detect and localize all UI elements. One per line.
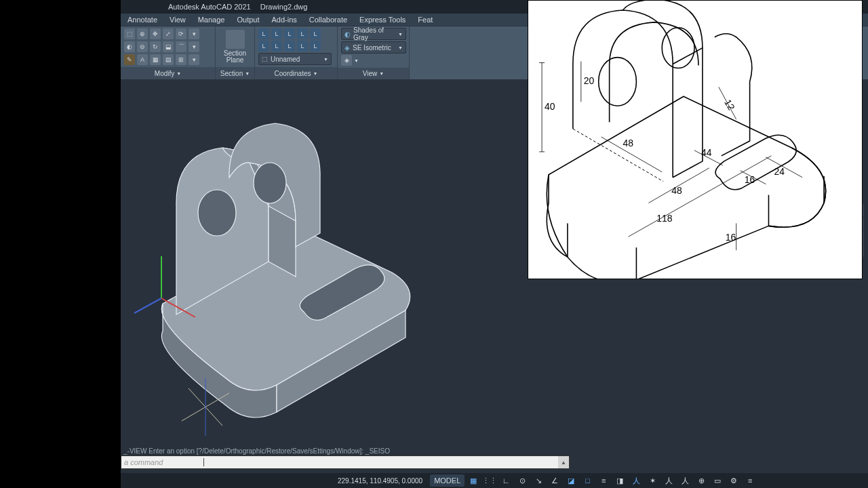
model-space-button[interactable]: MODEL xyxy=(430,474,465,487)
dim-24: 24 xyxy=(774,166,785,177)
ucs-icon[interactable]: L xyxy=(297,28,308,39)
tool-icon[interactable]: ⬚ xyxy=(124,28,135,39)
dim-20: 20 xyxy=(584,75,595,86)
section-plane-icon xyxy=(226,30,245,49)
customize-icon[interactable]: ≡ xyxy=(743,474,757,487)
gizmo-icon[interactable]: ⊕ xyxy=(694,474,709,487)
tool-icon[interactable]: ✥ xyxy=(150,28,161,39)
tool-dropdown-icon[interactable]: ▾ xyxy=(189,28,199,39)
annotation-icon[interactable]: ▭ xyxy=(710,474,725,487)
tool-icon[interactable]: ⊞ xyxy=(176,54,186,65)
panel-label-section[interactable]: Section▼ xyxy=(216,67,254,79)
3d-snap-icon[interactable]: ✶ xyxy=(645,474,660,487)
tool-icon[interactable]: ⊕ xyxy=(137,28,148,39)
dim-48b: 48 xyxy=(671,185,682,196)
3dosnap-icon[interactable]: ◪ xyxy=(564,474,578,487)
ucs-icon[interactable]: L xyxy=(310,41,321,52)
cursor-coordinates: 229.1415, 110.4905, 0.0000 xyxy=(338,477,422,485)
ucs-name-combo[interactable]: ⬚Unnamed▼ xyxy=(258,53,332,65)
tool-icon[interactable]: ⊖ xyxy=(137,41,148,52)
panel-label-coordinates[interactable]: Coordinates▼ xyxy=(255,67,337,79)
ucs-icon[interactable]: L xyxy=(271,28,282,39)
tool-icon[interactable]: ↻ xyxy=(150,41,161,52)
selection-filter-icon[interactable]: 人 xyxy=(677,474,692,487)
svg-point-9 xyxy=(662,28,694,68)
object-snap-icon[interactable]: □ xyxy=(580,474,595,487)
tool-icon[interactable]: ⤢ xyxy=(163,28,174,39)
tab-collaborate[interactable]: Collaborate xyxy=(309,16,347,24)
dim-12: 12 xyxy=(722,98,737,113)
tool-icon[interactable]: ▤ xyxy=(163,54,174,65)
panel-coordinates: L L L L L L L L L L ⬚Unnamed▼ Coordinate… xyxy=(255,26,338,79)
tool-icon[interactable]: ⬓ xyxy=(163,41,174,52)
polar-toggle-icon[interactable]: ⊙ xyxy=(515,474,530,487)
panel-label-view[interactable]: View▼ xyxy=(338,68,409,79)
osnap-toggle-icon[interactable]: ∠ xyxy=(547,474,562,487)
tab-view[interactable]: View xyxy=(170,16,186,24)
ucs-icon[interactable]: L xyxy=(284,41,295,52)
visual-style-combo[interactable]: ◐Shades of Gray▼ xyxy=(341,28,406,40)
ucs-icon[interactable]: L xyxy=(258,28,269,39)
isodraft-icon[interactable]: ↘ xyxy=(531,474,546,487)
svg-point-0 xyxy=(198,190,236,236)
svg-point-8 xyxy=(599,58,637,106)
ucs-icon[interactable]: L xyxy=(297,41,308,52)
tab-manage[interactable]: Manage xyxy=(198,16,225,24)
panel-view: ◐Shades of Gray▼ ◈SE Isometric▼ ◈ ▼ View… xyxy=(338,26,410,79)
dynamic-ucs-icon[interactable]: 人 xyxy=(661,474,676,487)
tool-icon[interactable]: A xyxy=(137,54,148,65)
dim-40: 40 xyxy=(545,101,555,112)
transparency-icon[interactable]: ◨ xyxy=(612,474,627,487)
selection-cycling-icon[interactable]: 人 xyxy=(629,474,644,487)
ucs-icon[interactable]: L xyxy=(271,41,282,52)
tool-icon[interactable]: ⟳ xyxy=(176,28,186,39)
ucs-icon[interactable]: L xyxy=(284,28,295,39)
tool-icon[interactable]: ▦ xyxy=(150,54,161,65)
tab-annotate[interactable]: Annotate xyxy=(127,16,157,24)
file-name: Drawing2.dwg xyxy=(260,3,308,11)
tab-output[interactable]: Output xyxy=(237,16,259,24)
panel-modify: ⬚ ◐ ✎ ⊕ ⊖ A ✥ ↻ ▦ ⤢ ⬓ ▤ xyxy=(121,26,216,79)
dim-118: 118 xyxy=(656,213,672,224)
section-plane-button[interactable]: Section Plane xyxy=(218,28,252,65)
grid-toggle-icon[interactable]: ▦ xyxy=(466,474,481,487)
dim-16b: 16 xyxy=(726,232,736,243)
dim-44: 44 xyxy=(701,147,712,158)
ortho-toggle-icon[interactable]: ∟ xyxy=(498,474,513,487)
status-bar: 229.1415, 110.4905, 0.0000 MODEL ▦ ⋮⋮ ∟ … xyxy=(121,473,868,488)
ucs-icon[interactable]: L xyxy=(310,28,321,39)
panel-label-modify[interactable]: Modify▼ xyxy=(121,67,215,79)
tool-icon[interactable]: ✎ xyxy=(124,54,135,65)
svg-line-18 xyxy=(628,156,771,237)
tool-dropdown-icon[interactable]: ▾ xyxy=(189,54,199,65)
tool-icon[interactable]: ◐ xyxy=(124,41,135,52)
tab-addins[interactable]: Add-ins xyxy=(272,16,297,24)
tab-express-tools[interactable]: Express Tools xyxy=(359,16,406,24)
snap-toggle-icon[interactable]: ⋮⋮ xyxy=(482,474,497,487)
view-tool-icon[interactable]: ◈ xyxy=(341,55,352,66)
workspace-icon[interactable]: ⚙ xyxy=(726,474,741,487)
ucs-icon[interactable]: L xyxy=(258,41,269,52)
app-name: Autodesk AutoCAD 2021 xyxy=(168,3,251,11)
dim-16a: 16 xyxy=(745,174,755,185)
tool-dropdown-icon[interactable]: ▾ xyxy=(189,41,199,52)
lineweight-icon[interactable]: ≡ xyxy=(596,474,611,487)
view-iso-combo[interactable]: ◈SE Isometric▼ xyxy=(341,41,406,54)
command-expand-icon[interactable]: ▲ xyxy=(558,456,569,468)
command-history: _-VIEW Enter an option [?/Delete/Orthogr… xyxy=(121,446,745,455)
tool-icon[interactable]: ⌒ xyxy=(176,41,186,52)
svg-line-4 xyxy=(134,298,161,313)
dim-48a: 48 xyxy=(623,138,634,148)
command-line-input[interactable]: a command ▲ xyxy=(121,455,570,469)
tab-featured[interactable]: Feat xyxy=(418,16,433,24)
panel-section: Section Plane Section▼ xyxy=(216,26,255,79)
svg-point-1 xyxy=(254,163,286,203)
reference-drawing: 40 20 12 48 48 44 118 24 16 16 xyxy=(528,0,863,279)
autocad-window: Autodesk AutoCAD 2021 Drawing2.dwg Annot… xyxy=(121,0,868,488)
